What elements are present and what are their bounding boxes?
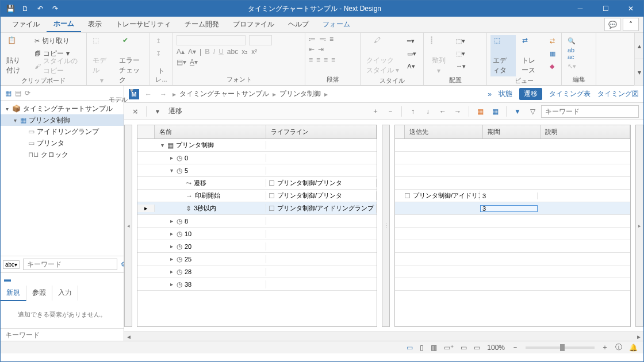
view-timingchart-link[interactable]: タイミング図 <box>597 89 639 99</box>
align-button[interactable]: ┋整列▾ <box>427 35 450 76</box>
layout2-icon[interactable]: ▯ <box>420 344 424 352</box>
error-check-button[interactable]: ✔エラーチェック▾ <box>117 35 146 95</box>
tree-filter-input[interactable] <box>23 259 117 270</box>
notify-icon[interactable]: 🔔 <box>629 344 638 352</box>
add-icon[interactable]: ＋ <box>369 105 382 118</box>
select-icon[interactable]: ↖▾ <box>565 60 578 72</box>
quick-style-button[interactable]: 🖍クイック スタイル ▾ <box>364 35 401 76</box>
table-row[interactable]: ▸◷ 10 <box>137 228 377 240</box>
move-up-icon[interactable]: ↑ <box>407 105 419 118</box>
trace-down-icon[interactable]: ↧ <box>154 48 163 59</box>
breadcrumb-more[interactable]: » <box>488 90 492 98</box>
table-row[interactable]: ▸◷ 0 <box>137 152 377 164</box>
menu-item-7[interactable]: フォーム <box>316 17 357 32</box>
font-size-selector[interactable] <box>249 35 272 45</box>
table-row[interactable]: ▸◷ 20 <box>137 240 377 253</box>
filter-icon[interactable]: ▼ <box>511 105 524 118</box>
ribbon-scroll-down[interactable]: ▾ <box>635 59 643 86</box>
grid-splitter[interactable]: ⋮ <box>382 125 390 327</box>
palette-tab[interactable]: 入力 <box>52 286 78 301</box>
tree-item[interactable]: ⊓⊔ クロック <box>1 149 124 160</box>
table-row[interactable]: → 印刷開始☐ プリンタ制御/プリンタ <box>137 190 377 202</box>
undo-icon[interactable]: ↶ <box>34 2 47 15</box>
table-row[interactable]: ▾◷ 5 <box>137 164 377 177</box>
trace-view-button[interactable]: ⇄トレース <box>519 35 545 76</box>
ribbon-scroll-up[interactable]: ▴ <box>635 33 643 59</box>
view-transition-link[interactable]: 遷移 <box>519 88 542 100</box>
layout5-icon[interactable]: ▭ <box>461 344 467 352</box>
clear-filter-icon[interactable]: ▽ <box>526 105 539 118</box>
menu-item-0[interactable]: ファイル <box>5 17 47 32</box>
zoom-slider[interactable] <box>526 346 595 349</box>
explorer-refresh-icon[interactable]: ⟳ <box>25 89 30 97</box>
tree-item[interactable]: ▭ プリンタ <box>1 137 124 149</box>
model-tree[interactable]: ▾📦 タイミングチャートサンプル ▾▦ プリンタ制御 ▭ アイドリングランプ▭ … <box>1 101 124 256</box>
table-row[interactable] <box>395 139 630 152</box>
grid1-icon[interactable]: ▦ <box>474 105 486 118</box>
table-row[interactable] <box>395 240 630 253</box>
table-row[interactable] <box>395 164 630 177</box>
find-icon[interactable]: 🔍 <box>565 35 578 47</box>
trace-up-icon[interactable]: ↥ <box>154 35 163 47</box>
layout4-icon[interactable]: ▭⁺ <box>444 344 454 352</box>
table-row[interactable] <box>395 177 630 190</box>
table-row[interactable]: ▸◷ 28 <box>137 265 377 278</box>
table-row[interactable]: 3 <box>395 202 630 215</box>
table-row[interactable]: ▸◷ 8 <box>137 215 377 228</box>
tree-item[interactable]: ▭ アイドリングランプ <box>1 126 124 137</box>
view-state-link[interactable]: 状態 <box>499 89 512 99</box>
remove-icon[interactable]: － <box>384 105 397 118</box>
table-row[interactable] <box>395 265 630 278</box>
menu-item-5[interactable]: プロファイル <box>226 17 281 32</box>
close-button[interactable]: ✕ <box>618 1 643 17</box>
table-row[interactable]: ▸◷ 25 <box>137 253 377 265</box>
transition-detail-grid[interactable]: 送信先期間説明 ☐ プリンタ制御/アイドリング:33 <box>394 125 631 327</box>
paste-button[interactable]: 📋貼り付け <box>4 35 29 76</box>
menu-item-4[interactable]: チーム開発 <box>178 17 226 32</box>
table-row[interactable]: ▾▦ プリンタ制御 <box>137 139 377 152</box>
zoom-out-icon[interactable]: － <box>512 342 519 352</box>
explorer-view-icon[interactable]: ▦ <box>5 89 12 97</box>
minimize-button[interactable]: ─ <box>568 1 593 17</box>
right-gutter-handle[interactable]: ▸ <box>635 125 643 327</box>
table-row[interactable]: ☐ プリンタ制御/アイドリング:3 <box>395 190 630 202</box>
filter-type-icon[interactable]: abc▾ <box>3 260 20 269</box>
grid2-icon[interactable]: ▦ <box>489 105 501 118</box>
transition-name-grid[interactable]: 名前ライフライン ▾▦ プリンタ制御▸◷ 0▾◷ 5⤳ 遷移☐ プリンタ制御/プ… <box>137 125 377 327</box>
replace-icon[interactable]: abac <box>565 48 578 59</box>
left-gutter-handle[interactable]: ◂ <box>124 125 132 327</box>
grid-keyword-input[interactable] <box>541 105 639 118</box>
layout1-icon[interactable]: ▭ <box>407 344 413 352</box>
info-icon[interactable]: ⓘ <box>615 342 622 352</box>
zoom-in-icon[interactable]: ＋ <box>601 342 608 352</box>
palette-tab[interactable]: 参照 <box>26 286 52 301</box>
feedback-button[interactable]: 💬 <box>604 18 620 31</box>
explorer-layers-icon[interactable]: ▤ <box>15 89 21 97</box>
font-family-selector[interactable] <box>177 35 246 45</box>
move-left-icon[interactable]: ← <box>436 105 449 118</box>
table-row[interactable] <box>395 215 630 228</box>
collapse-ribbon-button[interactable]: ˄ <box>623 18 639 31</box>
layout3-icon[interactable]: ▥ <box>431 344 437 352</box>
editor-view-button[interactable]: ⬚エディタ <box>490 35 516 76</box>
menu-item-6[interactable]: ヘルプ <box>281 17 316 32</box>
new-element-icon[interactable]: ▬ <box>4 275 11 283</box>
redo-icon[interactable]: ↷ <box>49 2 62 15</box>
format-painter-button[interactable]: 🖌 スタイルのコピー <box>32 60 83 72</box>
nav-fwd-icon[interactable]: → <box>158 90 169 98</box>
table-row[interactable] <box>395 253 630 265</box>
save-icon[interactable]: 💾 <box>4 2 17 15</box>
new-icon[interactable]: 🗋 <box>19 2 32 15</box>
menu-item-2[interactable]: 表示 <box>81 17 109 32</box>
sidebar-keyword-input[interactable] <box>1 328 124 341</box>
table-row[interactable]: ▸⇕ 3秒以内☐ プリンタ制御/アイドリングランプ <box>137 202 377 215</box>
palette-tab[interactable]: 新規 <box>1 286 26 301</box>
horizontal-scrollbar[interactable]: ◂▸ <box>124 332 643 341</box>
layout6-icon[interactable]: ▭ <box>474 344 480 352</box>
model-button[interactable]: ⬚モデル▾ <box>90 35 113 86</box>
font-color-icon[interactable]: A▾ <box>190 58 198 66</box>
view-timingtable-link[interactable]: タイミング表 <box>549 89 591 99</box>
table-row[interactable]: ⤳ 遷移☐ プリンタ制御/プリンタ <box>137 177 377 190</box>
table-row[interactable]: ▸◷ 38 <box>137 278 377 291</box>
highlight-icon[interactable]: ▤▾ <box>177 58 186 66</box>
